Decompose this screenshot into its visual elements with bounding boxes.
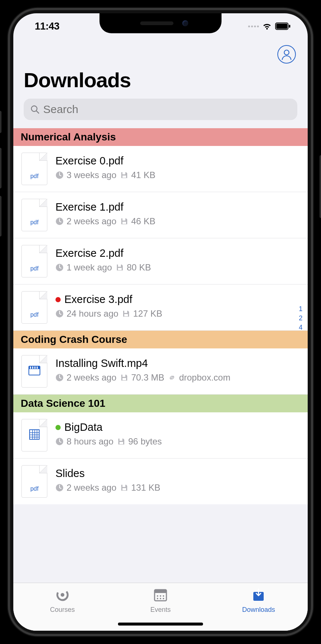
svg-rect-26 (122, 378, 126, 380)
section-index[interactable]: 124 (299, 305, 303, 331)
file-name: Exercise 2.pdf (55, 247, 124, 259)
svg-rect-23 (37, 367, 38, 369)
file-row[interactable]: pdfExercise 2.pdf1 week ago80 KB (13, 238, 308, 284)
search-bar[interactable] (24, 99, 297, 120)
file-title: Exercise 0.pdf (55, 155, 301, 167)
svg-rect-17 (124, 314, 128, 316)
file-type-icon (21, 355, 47, 388)
file-size: 70.3 MB (120, 372, 164, 383)
tab-label: Downloads (242, 606, 275, 614)
svg-rect-7 (122, 172, 125, 174)
home-indicator[interactable] (118, 623, 203, 626)
page-title: Downloads (24, 67, 297, 99)
tab-events[interactable]: Events (112, 587, 209, 614)
svg-rect-22 (34, 367, 36, 369)
file-type-icon: pdf (21, 199, 47, 231)
svg-rect-27 (30, 430, 39, 439)
cellular-icon (248, 25, 259, 27)
section-header[interactable]: Data Science 101 (13, 395, 308, 412)
svg-rect-10 (122, 218, 125, 221)
file-type-icon: pdf (21, 245, 47, 277)
tab-courses[interactable]: Courses (14, 587, 111, 614)
profile-button[interactable] (277, 45, 296, 64)
file-age: 24 hours ago (55, 309, 118, 319)
file-age: 8 hours ago (55, 436, 114, 447)
file-meta: 24 hours ago127 KB (55, 309, 301, 319)
file-name: Exercise 1.pdf (55, 201, 124, 213)
file-info: Exercise 2.pdf1 week ago80 KB (55, 245, 301, 273)
screen: 11:43 (13, 13, 308, 631)
file-title: Exercise 3.pdf (55, 293, 301, 306)
file-info: Exercise 3.pdf24 hours ago127 KB (55, 291, 301, 319)
svg-point-41 (61, 593, 64, 597)
svg-rect-20 (30, 367, 31, 369)
file-age: 1 week ago (55, 262, 112, 273)
index-item[interactable]: 1 (299, 305, 303, 313)
file-name: Slides (55, 467, 85, 480)
svg-rect-14 (118, 268, 122, 270)
section-header[interactable]: Numerical Analysis (13, 128, 308, 146)
tab-label: Events (150, 606, 170, 614)
file-size: 41 KB (120, 170, 155, 180)
file-title: Installing Swift.mp4 (55, 357, 301, 369)
svg-rect-21 (32, 367, 33, 369)
file-meta: 2 weeks ago70.3 MBdropbox.com (55, 372, 301, 383)
svg-rect-2 (289, 25, 290, 28)
svg-rect-38 (122, 485, 125, 487)
svg-rect-39 (122, 488, 126, 490)
courses-icon (54, 587, 71, 604)
tab-label: Courses (50, 606, 75, 614)
file-name: BigData (64, 421, 102, 433)
volume-down (0, 196, 1, 236)
svg-rect-25 (122, 375, 125, 377)
svg-point-48 (160, 598, 161, 599)
file-age: 3 weeks ago (55, 170, 116, 180)
device-frame: 11:43 (8, 8, 313, 636)
svg-point-45 (160, 595, 161, 597)
file-row[interactable]: BigData8 hours ago96 bytes (13, 412, 308, 459)
svg-rect-1 (276, 24, 287, 29)
tab-downloads[interactable]: Downloads (210, 587, 307, 614)
downloads-list[interactable]: Numerical AnalysispdfExercise 0.pdf3 wee… (13, 128, 308, 504)
file-info: Exercise 1.pdf2 weeks ago46 KB (55, 199, 301, 226)
svg-point-49 (163, 598, 164, 599)
file-name: Exercise 3.pdf (64, 293, 132, 306)
status-icons (248, 22, 293, 30)
svg-rect-35 (119, 439, 122, 441)
svg-line-5 (36, 111, 39, 113)
file-row[interactable]: pdfExercise 0.pdf3 weeks ago41 KB (13, 146, 308, 192)
file-title: Exercise 2.pdf (55, 247, 301, 259)
section-header[interactable]: Coding Crash Course (13, 331, 308, 348)
file-info: Exercise 0.pdf3 weeks ago41 KB (55, 153, 301, 180)
person-icon (280, 48, 293, 61)
file-meta: 8 hours ago96 bytes (55, 436, 301, 447)
file-type-icon: pdf (21, 291, 47, 324)
file-row[interactable]: pdfSlides2 weeks ago131 KB (13, 459, 308, 504)
file-meta: 1 week ago80 KB (55, 262, 301, 273)
svg-rect-8 (122, 176, 126, 178)
svg-rect-43 (155, 590, 166, 593)
unread-dot (55, 425, 61, 430)
svg-rect-16 (124, 311, 127, 313)
file-info: Installing Swift.mp42 weeks ago70.3 MBdr… (55, 355, 301, 383)
file-row[interactable]: pdfExercise 3.pdf24 hours ago127 KB (13, 284, 308, 331)
search-icon (30, 105, 40, 114)
battery-icon (275, 23, 291, 30)
file-row[interactable]: pdfExercise 1.pdf2 weeks ago46 KB (13, 192, 308, 238)
events-icon (152, 587, 169, 604)
file-source: dropbox.com (168, 372, 230, 383)
index-item[interactable]: 4 (299, 324, 303, 331)
index-item[interactable]: 2 (299, 314, 303, 322)
file-row[interactable]: Installing Swift.mp42 weeks ago70.3 MBdr… (13, 348, 308, 395)
file-name: Exercise 0.pdf (55, 155, 124, 167)
file-size: 46 KB (120, 216, 155, 226)
file-type-icon: pdf (21, 153, 47, 185)
file-age: 2 weeks ago (55, 483, 116, 493)
file-info: BigData8 hours ago96 bytes (55, 419, 301, 447)
svg-point-47 (157, 598, 158, 599)
search-input[interactable] (43, 103, 291, 116)
file-age: 2 weeks ago (55, 372, 116, 383)
file-meta: 2 weeks ago131 KB (55, 483, 301, 493)
volume-up (0, 148, 1, 188)
svg-rect-36 (119, 442, 123, 444)
